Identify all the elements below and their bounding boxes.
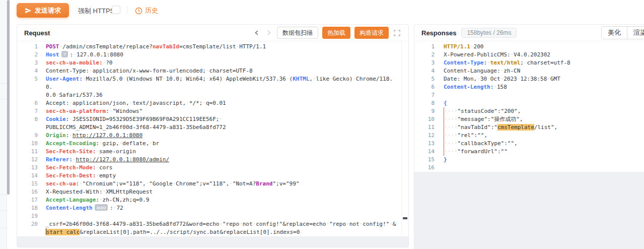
request-editor-wrap: 1POST·/admin/cmsTemplate/replace?navTabI… xyxy=(17,41,408,247)
request-line[interactable]: 15sec-ch-ua:·"Chromium";v="118",·"Google… xyxy=(17,180,408,188)
request-line[interactable]: 13Sec-Fetch-Mode:·cors xyxy=(17,164,408,172)
line-number: 3 xyxy=(17,59,38,67)
send-request-label: 发送请求 xyxy=(35,6,61,15)
response-line[interactable]: 6Content-Length:·158 xyxy=(414,83,644,91)
line-number: 5 xyxy=(17,75,38,99)
response-title: Responses xyxy=(421,29,456,37)
line-content: ····"forwardUrl":"" xyxy=(444,148,644,156)
line-content: ····"message":"操作成功", xyxy=(444,115,644,123)
line-content: Referer:·http://127.0.0.1:8080/admin/ xyxy=(46,156,408,164)
response-line[interactable]: 8{ xyxy=(414,99,644,107)
response-size-time-badge: 158bytes / 26ms xyxy=(461,28,517,38)
line-number: 6 xyxy=(17,99,38,107)
line-number: 1 xyxy=(17,43,38,51)
line-content: ····"statusCode":"200", xyxy=(444,107,644,115)
force-https-checkbox[interactable] xyxy=(112,6,120,14)
line-content: _csrf=2b46f00d-3f68-4479-a831-35be6a8fd7… xyxy=(46,220,408,236)
history-prev-button[interactable] xyxy=(253,30,261,36)
request-line[interactable]: 6Accept:·application/json,·text/javascri… xyxy=(17,99,408,107)
response-line[interactable]: 11····"navTabId":"cmsTemplate/list", xyxy=(414,123,644,132)
request-line[interactable]: 3sec-ch-ua-mobile:·?0 xyxy=(17,59,408,67)
line-content: Date:·Mon,·30·Oct·2023·12:38:58·GMT xyxy=(444,75,644,83)
line-number: 2 xyxy=(414,51,435,59)
line-number: 10 xyxy=(414,115,435,123)
response-line[interactable]: 12····"rel":"", xyxy=(414,132,644,140)
request-line[interactable]: 7sec-ch-ua-platform:·"Windows" xyxy=(17,107,408,115)
response-line[interactable]: 7 xyxy=(414,91,644,99)
response-line[interactable]: 2X-Powered-PublicCMS:·V4.0.202302 xyxy=(414,51,644,59)
send-plane-icon xyxy=(25,7,32,14)
request-line[interactable]: 4Content-Type:·application/x-www-form-ur… xyxy=(17,67,408,75)
response-line[interactable]: 5Date:·Mon,·30·Oct·2023·12:38:58·GMT xyxy=(414,75,644,83)
line-number: 17 xyxy=(17,196,38,204)
line-content: Origin:·http://127.0.0.1:8080 xyxy=(46,132,408,140)
line-number: 16 xyxy=(414,164,435,172)
line-content: Sec-Fetch-Site:·same-origin xyxy=(46,148,408,156)
fullscreen-button[interactable] xyxy=(393,30,401,36)
response-line[interactable]: 15} xyxy=(414,156,644,164)
request-line[interactable]: 16X-Requested-With:·XMLHttpRequest xyxy=(17,188,408,196)
line-content: ····"callbackType":"", xyxy=(444,140,644,148)
line-content: Accept-Language:·zh-CN,zh;q=0.9 xyxy=(46,196,408,204)
chevron-right-icon xyxy=(266,30,272,36)
request-line[interactable]: 17Accept-Language:·zh-CN,zh;q=0.9 xyxy=(17,196,408,204)
packet-scan-button[interactable]: 数据包扫描 xyxy=(277,27,318,39)
request-line[interactable]: 18Content-Lengthauto:·72 xyxy=(17,204,408,212)
request-line[interactable]: 2Host?:·127.0.0.1:8080 xyxy=(17,51,408,59)
request-editor[interactable]: 1POST·/admin/cmsTemplate/replace?navTabI… xyxy=(17,41,408,236)
vertical-scrollbar[interactable] xyxy=(7,0,10,195)
line-content: Content-Length:·158 xyxy=(444,83,644,91)
response-line[interactable]: 10····"message":"操作成功", xyxy=(414,115,644,123)
line-content: Content-Type:·text/html;·charset=utf-8 xyxy=(444,59,644,67)
line-number: 13 xyxy=(17,164,38,172)
line-number: 4 xyxy=(17,67,38,75)
response-line[interactable]: 4Content-Language:·zh-CN xyxy=(414,67,644,75)
history-next-button[interactable] xyxy=(265,30,273,36)
line-number: 6 xyxy=(414,83,435,91)
response-line[interactable]: 1HTTP/1.1·200 xyxy=(414,43,644,51)
response-line[interactable]: 16 xyxy=(414,164,644,172)
beautify-button[interactable]: 美化 xyxy=(602,27,627,39)
history-label: 历史 xyxy=(145,6,158,15)
response-header: Responses 158bytes / 26ms 美化 渲染 xyxy=(414,25,644,41)
line-content: Content-Type:·application/x-www-form-url… xyxy=(46,67,408,75)
request-line[interactable]: 11Sec-Fetch-Site:·same-origin xyxy=(17,148,408,156)
request-line[interactable]: 8Cookie:·JSESSIONID=95329D5E39F69B69F0A2… xyxy=(17,115,408,132)
hot-reload-button[interactable]: 热加载 xyxy=(322,27,350,39)
response-editor[interactable]: 1HTTP/1.1·2002X-Powered-PublicCMS:·V4.0.… xyxy=(414,41,644,172)
response-line[interactable]: 13····"callbackType":"", xyxy=(414,140,644,148)
response-line[interactable]: 3Content-Type:·text/html;·charset=utf-8 xyxy=(414,59,644,67)
request-line[interactable]: 20_csrf=2b46f00d-3f68-4479-a831-35be6a8f… xyxy=(17,220,408,236)
line-content: HTTP/1.1·200 xyxy=(444,43,644,51)
line-number: 8 xyxy=(17,115,38,132)
line-number: 19 xyxy=(17,212,38,220)
list-divider xyxy=(0,99,7,99)
list-divider xyxy=(0,194,7,195)
history-button[interactable]: 历史 xyxy=(134,5,159,16)
request-line[interactable]: 9Origin:·http://127.0.0.1:8080 xyxy=(17,132,408,140)
build-request-button[interactable]: 构造请求 xyxy=(354,27,389,39)
response-line[interactable]: 14····"forwardUrl":"" xyxy=(414,148,644,156)
request-line[interactable]: 1POST·/admin/cmsTemplate/replace?navTabI… xyxy=(17,43,408,51)
request-line[interactable]: 10Accept-Encoding:·gzip,·deflate,·br xyxy=(17,140,408,148)
request-line[interactable]: 5User-Agent:·Mozilla/5.0·(Windows·NT·10.… xyxy=(17,75,408,99)
response-line[interactable]: 9····"statusCode":"200", xyxy=(414,107,644,115)
line-number: 15 xyxy=(414,156,435,164)
response-editor-wrap: 1HTTP/1.1·2002X-Powered-PublicCMS:·V4.0.… xyxy=(414,41,644,249)
line-content: { xyxy=(444,99,644,107)
line-content: ····"rel":"", xyxy=(444,132,644,140)
request-line[interactable]: 14Sec-Fetch-Dest:·empty xyxy=(17,172,408,180)
request-line[interactable]: 19 xyxy=(17,212,408,220)
line-number: 8 xyxy=(414,99,435,107)
topbar-divider xyxy=(127,6,127,14)
line-number: 12 xyxy=(17,156,38,164)
line-content xyxy=(46,212,408,220)
send-request-button[interactable]: 发送请求 xyxy=(17,3,69,18)
line-content xyxy=(444,164,644,172)
request-title: Request xyxy=(24,29,50,37)
list-divider xyxy=(0,210,7,211)
request-panel: Request 数据包扫描 热加载 构造请求 1POST·/adm xyxy=(17,24,409,247)
render-button[interactable]: 渲染 xyxy=(627,27,644,39)
request-line[interactable]: 12Referer:·http://127.0.0.1:8080/admin/ xyxy=(17,156,408,164)
list-divider xyxy=(0,83,7,84)
